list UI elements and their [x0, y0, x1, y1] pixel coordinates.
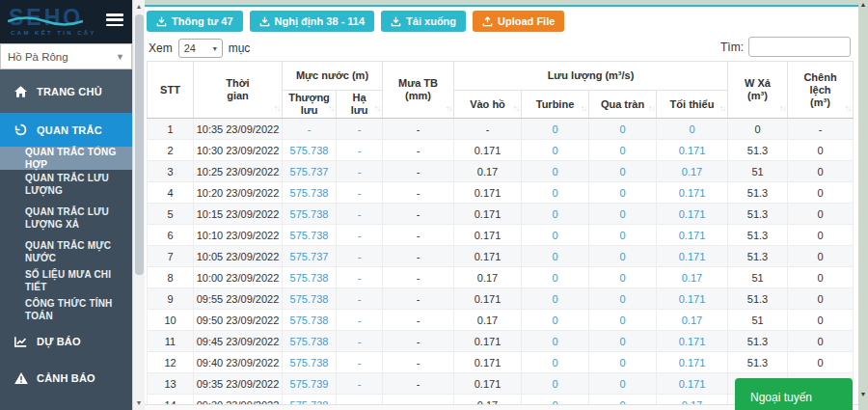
sidebar-item-quan-trac-tong-hop[interactable]: QUAN TRẮC TỔNG HỢP — [0, 147, 132, 170]
cell-ha-luu: - — [337, 225, 383, 246]
cell-turbine: 0 — [522, 288, 589, 310]
sidebar-scrollbar[interactable]: ▲ ▼ — [132, 0, 145, 410]
sidebar-item-cong-thuc-tinh-toan[interactable]: CÔNG THỨC TÍNH TOÁN — [0, 295, 132, 324]
cell-turbine: 0 — [522, 225, 589, 246]
cell-vao-ho: 0.171 — [454, 331, 522, 352]
cell-thoi-gian: 10:35 23/09/2022 — [194, 119, 283, 140]
cell-qua-tran: 0 — [589, 225, 657, 246]
sort-icon: ↑↓ — [648, 102, 654, 115]
chevron-down-icon: ▾ — [213, 44, 217, 53]
cell-mua-tb: - — [383, 288, 454, 310]
button-thong-tu-47[interactable]: Thông tư 47 — [147, 11, 243, 32]
cell-toi-thieu: 0.171 — [657, 373, 728, 395]
cell-mua-tb: - — [383, 140, 454, 161]
cell-turbine: 0 — [522, 331, 589, 352]
sidebar-item-so-lieu-mua-chi-tiet[interactable]: SỐ LIỆU MƯA CHI TIẾT — [0, 266, 132, 295]
sort-icon: ↑↓ — [513, 102, 519, 115]
cell-chenh-lech: 0 — [788, 225, 854, 246]
cell-vao-ho: - — [454, 119, 522, 140]
cell-qua-tran: 0 — [589, 373, 657, 395]
sidebar-item-trang-chu[interactable]: TRANG CHỦ — [0, 69, 132, 113]
col-header-mua-tb[interactable]: Mưa TB (mm)↑↓ — [383, 62, 454, 119]
button-nghi-dinh-38-114[interactable]: Nghị định 38 - 114 — [250, 11, 375, 32]
col-header-stt: STT — [148, 62, 194, 119]
sidebar-subitem-label: QUAN TRẮC TỔNG HỢP — [25, 146, 122, 171]
cell-thuong-luu: 575.738 — [283, 225, 337, 246]
button-upload-file[interactable]: Upload File — [473, 11, 564, 32]
col-header-ha-luu[interactable]: Hạ lưu↑↓ — [337, 91, 383, 119]
cell-vao-ho: 0.171 — [454, 352, 522, 373]
col-header-turbine[interactable]: Turbine↑↓ — [522, 91, 589, 119]
sidebar-item-label: QUAN TRẮC — [37, 124, 102, 136]
reservoir-select[interactable]: Hồ Pà Rông ▼ — [0, 43, 132, 69]
cell-qua-tran: 0 — [589, 161, 657, 182]
cell-toi-thieu: 0.171 — [657, 246, 728, 267]
reservoir-select-value: Hồ Pà Rông — [8, 51, 68, 63]
cell-chenh-lech: 0 — [788, 140, 854, 161]
sidebar-item-quan-trac-muc-nuoc[interactable]: QUAN TRẮC MỰC NƯỚC — [0, 237, 132, 266]
cell-turbine: 0 — [522, 246, 589, 267]
page-length-select[interactable]: 24 ▾ — [178, 39, 223, 58]
cell-mua-tb: - — [383, 119, 454, 140]
table-row: 1009:50 23/09/2022575.738--0.17000.17510 — [148, 310, 854, 331]
cell-turbine: 0 — [522, 119, 589, 140]
cell-chenh-lech: 0 — [788, 267, 854, 288]
col-header-w-xa[interactable]: W Xả (m³)↑↓ — [728, 62, 788, 119]
cell-thuong-luu: 575.738 — [283, 267, 337, 288]
search-input[interactable] — [748, 37, 851, 57]
toolbar: Thông tư 47 Nghị định 38 - 114 Tải xuống… — [147, 11, 858, 32]
sort-icon: ↑↓ — [845, 102, 851, 115]
cell-qua-tran: 0 — [589, 352, 657, 373]
offline-toast[interactable]: Ngoại tuyến — [735, 378, 853, 410]
table-row: 1109:45 23/09/2022575.738--0.171000.1715… — [148, 331, 854, 352]
sort-icon: ↑↓ — [779, 102, 785, 115]
search-control: Tìm: — [720, 37, 851, 57]
cell-w-xa: 51 — [728, 267, 788, 288]
cell-stt: 3 — [148, 161, 194, 182]
cell-chenh-lech: 0 — [788, 204, 854, 225]
monitoring-data-table: STT Thời gian↑↓ Mực nước (m) Mưa TB (mm)… — [147, 61, 854, 410]
scroll-down-arrow-icon[interactable]: ▼ — [858, 391, 868, 397]
cell-mua-tb: - — [383, 161, 454, 182]
col-header-toi-thieu[interactable]: Tối thiểu↑↓ — [657, 91, 728, 119]
cell-thuong-luu: 575.738 — [283, 140, 337, 161]
sidebar-item-du-bao[interactable]: DỰ BÁO — [0, 324, 132, 359]
table-controls: Xem 24 ▾ mục Tìm: — [145, 36, 858, 59]
cell-ha-luu: - — [337, 204, 383, 225]
cell-vao-ho: 0.171 — [454, 225, 522, 246]
col-header-qua-tran[interactable]: Qua tràn↑↓ — [589, 91, 657, 119]
warning-icon — [14, 372, 28, 384]
cell-vao-ho: 0.171 — [454, 246, 522, 267]
window-scrollbar[interactable]: ▲ ▼ — [858, 0, 868, 410]
sidebar-item-canh-bao[interactable]: CẢNH BÁO — [0, 359, 132, 397]
cell-qua-tran: 0 — [589, 182, 657, 204]
cell-w-xa: 51.3 — [728, 204, 788, 225]
cell-toi-thieu: 0.171 — [657, 331, 728, 352]
cell-thoi-gian: 09:55 23/09/2022 — [194, 288, 283, 310]
table-row: 1209:40 23/09/2022575.738--0.171000.1715… — [148, 352, 854, 373]
sidebar-scrollbar-thumb[interactable] — [135, 14, 144, 275]
sidebar-item-quan-trac[interactable]: QUAN TRẮC — [0, 113, 132, 147]
col-header-thoi-gian[interactable]: Thời gian↑↓ — [194, 62, 283, 119]
scroll-up-arrow-icon[interactable]: ▲ — [858, 1, 868, 8]
menu-toggle-button[interactable] — [106, 14, 123, 27]
col-header-chenh-lech[interactable]: Chênh lệch (m³)↑↓ — [788, 62, 854, 119]
cell-turbine: 0 — [522, 182, 589, 204]
cell-chenh-lech: 0 — [788, 288, 854, 310]
sidebar-item-quan-trac-luu-luong-xa[interactable]: QUAN TRẮC LƯU LƯỢNG XẢ — [0, 199, 132, 237]
table-row: 909:55 23/09/2022575.738--0.171000.17151… — [148, 288, 854, 310]
cell-qua-tran: 0 — [589, 288, 657, 310]
sidebar-item-quan-trac-luu-luong[interactable]: QUAN TRẮC LƯU LƯỢNG — [0, 170, 132, 199]
cell-thoi-gian: 10:30 23/09/2022 — [194, 140, 283, 161]
sort-icon: ↑↓ — [274, 102, 280, 115]
col-header-thuong-luu[interactable]: Thượng lưu↑↓ — [283, 91, 337, 119]
scroll-up-arrow-icon[interactable]: ▲ — [133, 3, 145, 10]
cell-stt: 10 — [148, 310, 194, 331]
scroll-down-arrow-icon[interactable]: ▼ — [133, 399, 145, 406]
data-table-body: 110:35 23/09/2022----0000-210:30 23/09/2… — [148, 119, 854, 410]
sidebar-subitem-label: SỐ LIỆU MƯA CHI TIẾT — [25, 268, 122, 293]
cell-turbine: 0 — [522, 310, 589, 331]
col-header-vao-ho[interactable]: Vào hồ↑↓ — [454, 91, 522, 119]
cell-toi-thieu: 0.17 — [657, 161, 728, 182]
button-tai-xuong[interactable]: Tải xuống — [381, 11, 466, 32]
